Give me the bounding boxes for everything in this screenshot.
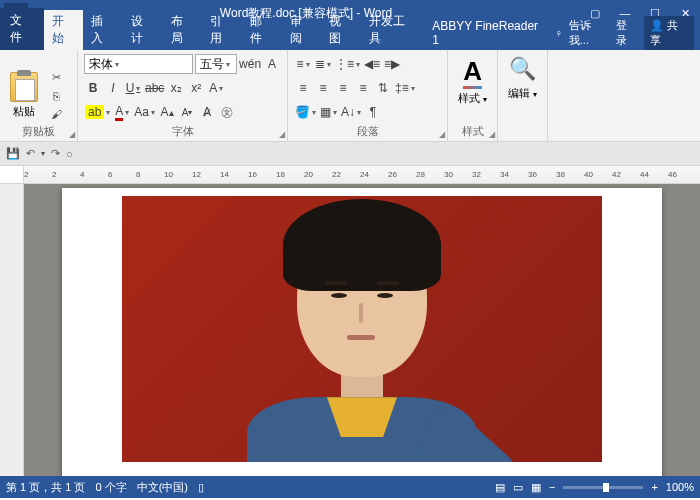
ruler-tick: 32 (472, 170, 481, 179)
redo-icon[interactable]: ↷ (51, 147, 60, 160)
bullets-button[interactable]: ≡ (294, 54, 312, 74)
copy-icon[interactable]: ⎘ (46, 88, 66, 104)
repeat-icon[interactable]: ○ (66, 148, 73, 160)
align-center-button[interactable]: ≡ (314, 78, 332, 98)
cut-icon[interactable]: ✂ (46, 70, 66, 86)
view-read-icon[interactable]: ▭ (513, 481, 523, 494)
line-spacing-button[interactable]: ‡≡ (394, 78, 416, 98)
numbering-button[interactable]: ≣ (314, 54, 332, 74)
paste-label: 粘贴 (13, 104, 35, 119)
ruler-tick: 24 (360, 170, 369, 179)
tab-insert[interactable]: 插入 (83, 10, 123, 50)
shading-button[interactable]: 🪣 (294, 102, 317, 122)
status-language[interactable]: 中文(中国) (137, 480, 188, 495)
login-link[interactable]: 登录 (616, 18, 638, 48)
view-print-icon[interactable]: ▤ (495, 481, 505, 494)
undo-dropdown-icon[interactable]: ▾ (41, 149, 45, 158)
ruler-tick: 4 (80, 170, 84, 179)
clear-format-button[interactable]: A̷ (198, 102, 216, 122)
clipboard-icon (10, 72, 38, 102)
find-icon: 🔍 (509, 56, 536, 82)
zoom-out-icon[interactable]: − (549, 481, 555, 493)
zoom-slider[interactable] (563, 486, 643, 489)
save-icon[interactable]: 💾 (6, 147, 20, 160)
format-painter-icon[interactable]: 🖌 (46, 106, 66, 122)
distribute-button[interactable]: ⇅ (374, 78, 392, 98)
phonetic-guide-button[interactable]: wén (239, 54, 261, 74)
enclose-char-button[interactable]: ㊛ (218, 102, 236, 122)
font-size-combo[interactable]: 五号 (195, 54, 237, 74)
paragraph-launcher-icon[interactable]: ◢ (439, 130, 445, 139)
multilevel-button[interactable]: ⋮≡ (334, 54, 361, 74)
tell-me-text[interactable]: 告诉我... (569, 18, 610, 48)
bold-button[interactable]: B (84, 78, 102, 98)
zoom-in-icon[interactable]: + (651, 481, 657, 493)
document-image[interactable] (122, 196, 602, 462)
lightbulb-icon: ♀ (555, 27, 563, 39)
ruler-tick: 26 (388, 170, 397, 179)
status-words[interactable]: 0 个字 (95, 480, 126, 495)
horizontal-ruler[interactable]: 2246810121416182022242628303234363840424… (24, 166, 700, 183)
font-launcher-icon[interactable]: ◢ (279, 130, 285, 139)
styles-text: 样式 (458, 92, 480, 104)
tab-file[interactable]: 文件 (0, 8, 44, 50)
ruler-tick: 18 (276, 170, 285, 179)
undo-icon[interactable]: ↶ (26, 147, 35, 160)
ruler-tick: 34 (500, 170, 509, 179)
justify-button[interactable]: ≡ (354, 78, 372, 98)
character-border-button[interactable]: A (263, 54, 281, 74)
align-left-button[interactable]: ≡ (294, 78, 312, 98)
ruler-tick: 2 (24, 170, 28, 179)
tab-layout[interactable]: 布局 (163, 10, 203, 50)
ruler-tick: 20 (304, 170, 313, 179)
tab-home[interactable]: 开始 (44, 10, 84, 50)
ruler-tick: 6 (108, 170, 112, 179)
styles-launcher-icon[interactable]: ◢ (489, 130, 495, 139)
document-canvas[interactable] (24, 184, 700, 476)
ruler-tick: 36 (528, 170, 537, 179)
tab-mailings[interactable]: 邮件 (242, 10, 282, 50)
tab-developer[interactable]: 开发工具 (361, 10, 424, 50)
superscript-button[interactable]: x² (187, 78, 205, 98)
sort-button[interactable]: A↓ (340, 102, 362, 122)
status-indicator-icon: ▯ (198, 481, 204, 494)
font-name-combo[interactable]: 宋体 (84, 54, 193, 74)
view-web-icon[interactable]: ▦ (531, 481, 541, 494)
shrink-font-button[interactable]: A▾ (178, 102, 196, 122)
editing-button[interactable]: 🔍 编辑 ▾ (498, 50, 548, 141)
font-color-button[interactable]: A (113, 102, 131, 122)
subscript-button[interactable]: x₂ (167, 78, 185, 98)
text-effects-button[interactable]: A (207, 78, 225, 98)
ruler-tick: 28 (416, 170, 425, 179)
editing-text: 编辑 (508, 87, 530, 99)
show-marks-button[interactable]: ¶ (364, 102, 382, 122)
vertical-ruler[interactable] (0, 184, 24, 476)
increase-indent-button[interactable]: ≡▶ (383, 54, 401, 74)
grow-font-button[interactable]: A▴ (158, 102, 176, 122)
clipboard-launcher-icon[interactable]: ◢ (69, 130, 75, 139)
highlight-button[interactable]: ab (84, 102, 111, 122)
strikethrough-button[interactable]: abc (144, 78, 165, 98)
ruler-tick: 2 (52, 170, 56, 179)
styles-button[interactable]: A 样式 ▾ 样式 ◢ (448, 50, 498, 141)
ruler-tick: 22 (332, 170, 341, 179)
borders-button[interactable]: ▦ (319, 102, 338, 122)
ruler-tick: 12 (192, 170, 201, 179)
align-right-button[interactable]: ≡ (334, 78, 352, 98)
ruler-tick: 30 (444, 170, 453, 179)
tab-references[interactable]: 引用 (202, 10, 242, 50)
ruler-tick: 14 (220, 170, 229, 179)
tab-view[interactable]: 视图 (321, 10, 361, 50)
tab-abbyy[interactable]: ABBYY FineReader 1 (424, 16, 554, 50)
zoom-level[interactable]: 100% (666, 481, 694, 493)
tab-design[interactable]: 设计 (123, 10, 163, 50)
page (62, 188, 662, 476)
change-case-button[interactable]: Aa (133, 102, 156, 122)
underline-button[interactable]: U (124, 78, 142, 98)
tab-review[interactable]: 审阅 (282, 10, 322, 50)
ruler-tick: 46 (668, 170, 677, 179)
share-button[interactable]: 👤 共享 (644, 16, 694, 50)
decrease-indent-button[interactable]: ◀≡ (363, 54, 381, 74)
italic-button[interactable]: I (104, 78, 122, 98)
status-page[interactable]: 第 1 页，共 1 页 (6, 480, 85, 495)
